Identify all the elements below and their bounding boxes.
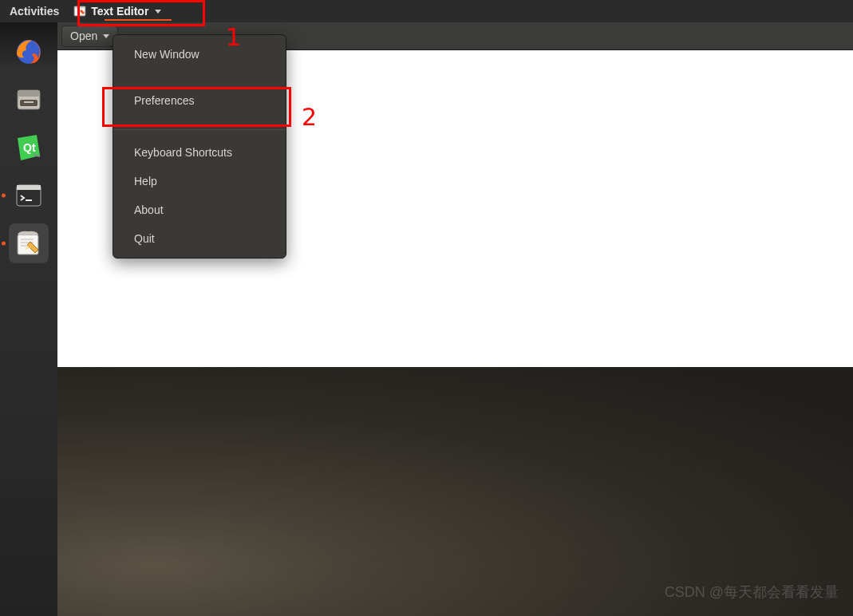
text-editor-icon (13, 227, 45, 259)
firefox-icon (13, 36, 45, 68)
chevron-down-icon (103, 34, 109, 38)
menu-item-about[interactable]: About (113, 195, 286, 224)
running-indicator-icon (2, 194, 6, 198)
dock-item-terminal[interactable] (9, 176, 49, 215)
menu-item-label: Keyboard Shortcuts (134, 146, 232, 159)
menu-separator (113, 129, 286, 130)
activities-button[interactable]: Activities (0, 0, 69, 22)
open-button[interactable]: Open (61, 26, 118, 47)
menu-item-keyboard-shortcuts[interactable]: Keyboard Shortcuts (113, 138, 286, 167)
dock-item-text-editor[interactable] (9, 223, 49, 263)
menu-item-preferences[interactable]: Preferences (113, 86, 286, 115)
running-indicator-icon (2, 242, 6, 246)
menu-item-label: About (134, 203, 164, 216)
menu-item-label: Preferences (134, 94, 194, 107)
qt-icon: Qt (13, 132, 45, 164)
svg-rect-3 (18, 90, 40, 97)
menu-item-label: New Window (134, 48, 199, 61)
file-manager-icon (13, 84, 45, 116)
dock-item-firefox[interactable] (9, 32, 49, 72)
chevron-down-icon (155, 10, 161, 14)
menu-item-label: Quit (134, 232, 155, 245)
menu-item-help[interactable]: Help (113, 167, 286, 195)
dock-item-files[interactable] (9, 80, 49, 120)
menu-item-label: Help (134, 175, 157, 188)
svg-rect-8 (17, 185, 41, 190)
dock-item-qt[interactable]: Qt (9, 128, 49, 168)
dock: Qt (0, 22, 57, 616)
menu-item-quit[interactable]: Quit (113, 224, 286, 253)
app-menu-label: Text Editor (91, 5, 148, 18)
app-menu-popup: New Window Preferences Keyboard Shortcut… (113, 34, 286, 259)
svg-rect-5 (24, 101, 34, 103)
menu-item-new-window[interactable]: New Window (113, 40, 286, 69)
desktop-background (0, 367, 853, 616)
app-menu-underline (105, 19, 172, 21)
svg-text:Qt: Qt (23, 141, 36, 154)
terminal-icon (13, 180, 45, 211)
activities-label: Activities (10, 5, 59, 18)
text-editor-icon (73, 5, 86, 18)
open-button-label: Open (70, 30, 97, 42)
